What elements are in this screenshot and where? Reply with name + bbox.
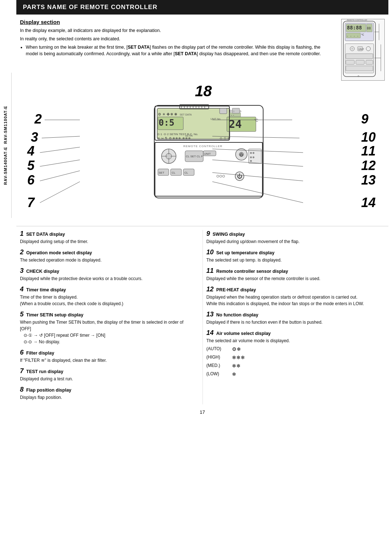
center-remote-diagram: ⚙ ☀ ✤ ❄ ❋ SET DATA CODE No. -- 0:5 24 °C… — [147, 98, 270, 200]
svg-text:≋ ✂ ⇅ ⚙ ❄❄❄ ❄❄❄: ≋ ✂ ⇅ ⚙ ❄❄❄ ❄❄❄ — [157, 137, 191, 140]
bullet-item: When turning on the leak breaker at the … — [26, 44, 321, 58]
sidebar-label: RAV-SM1100AT-E RAV-SM1400AT-E — [0, 73, 12, 218]
svg-rect-18 — [366, 60, 373, 65]
svg-text:REMOTE CONTROLLER: REMOTE CONTROLLER — [183, 145, 222, 148]
svg-text:❄❄: ❄❄ — [250, 151, 255, 155]
svg-text:24: 24 — [229, 118, 242, 130]
bold-set-data-2: SET DATA — [175, 51, 197, 56]
list-item-12: 12 PRE-HEAT display Displayed when the h… — [207, 286, 385, 307]
svg-text:⏻: ⏻ — [237, 173, 242, 179]
list-item-3: 3 CHECK display Displayed while the prot… — [20, 267, 195, 282]
list-item-2: 2 Operation mode select display The sele… — [20, 248, 195, 263]
svg-text:REMOTE CONTROLLER: REMOTE CONTROLLER — [347, 19, 367, 21]
top-section: Display section In the display example, … — [16, 19, 388, 81]
num-6: 6 — [27, 174, 34, 187]
numbered-list-section: 1 SET DATA display Displayed during setu… — [16, 226, 388, 404]
display-section-title: Display section — [20, 19, 321, 25]
svg-point-11 — [351, 48, 354, 50]
svg-rect-17 — [356, 60, 364, 65]
svg-point-79 — [220, 175, 222, 177]
svg-rect-19 — [346, 66, 373, 71]
bullet-list: When turning on the leak breaker at the … — [26, 44, 321, 58]
large-remote-svg: ⚙ ☀ ✤ ❄ ❋ SET DATA CODE No. -- 0:5 24 °C… — [147, 98, 270, 203]
svg-text:⏻: ⏻ — [358, 75, 359, 77]
svg-text:SET: SET — [159, 171, 164, 174]
svg-text:CL: CL — [184, 171, 188, 174]
remote-small-svg: 88:88 88 - - - - ℃ UNIT — [341, 19, 385, 81]
list-item-7: 7 TEST run display Displayed during a te… — [20, 367, 195, 382]
svg-text:CL: CL — [172, 171, 176, 174]
svg-text:⊙ ① ⑥: ⊙ ① ⑥ — [220, 137, 230, 140]
svg-line-93 — [40, 160, 80, 166]
list-item-8: 8 Flap position display Displays flap po… — [20, 386, 195, 401]
svg-text:UNIT No.: UNIT No. — [211, 118, 221, 120]
diagram-area: 18 2 3 4 5 6 7 9 10 11 12 13 14 — [16, 84, 388, 222]
list-item-6: 6 Filter display If "FILTER ≋" is displa… — [20, 349, 195, 364]
num-7: 7 — [27, 196, 34, 209]
page-header: PARTS NAME OF REMOTE CONTROLLER — [16, 0, 388, 15]
num-12: 12 — [361, 159, 376, 172]
num-3: 3 — [31, 131, 38, 144]
svg-text:CL SET CL  F: CL SET CL F — [186, 155, 203, 158]
remote-small-diagram: 88:88 88 - - - - ℃ UNIT — [327, 19, 385, 81]
display-section-text: Display section In the display example, … — [20, 19, 321, 81]
list-item-4: 4 Timer time display Time of the timer i… — [20, 286, 195, 307]
list-item-1: 1 SET DATA display Displayed during setu… — [20, 230, 195, 245]
num-13: 13 — [361, 174, 376, 187]
air-vol-med: (MED.) ❄❄ — [207, 362, 385, 370]
air-vol-auto: (AUTO) ⚙❄ — [207, 345, 385, 353]
list-item-14: 14 Air volume select display The selecte… — [207, 329, 385, 378]
list-item-10: 10 Set up temperature display The select… — [207, 248, 385, 263]
num-11: 11 — [361, 145, 376, 158]
list-item-11: 11 Remote controller sensor display Disp… — [207, 267, 385, 282]
svg-line-91 — [42, 136, 80, 138]
svg-text:⚙ ☀ ✤ ❄ ❋: ⚙ ☀ ✤ ❄ ❋ — [158, 112, 177, 116]
num-18: 18 — [195, 84, 212, 99]
svg-rect-15 — [346, 54, 373, 59]
svg-text:SETIN: SETIN — [185, 134, 193, 137]
list-item-5: 5 Timer SETIN setup display When pushing… — [20, 311, 195, 345]
sidebar-text-line2: RAV-SM1400AT-E — [3, 147, 8, 185]
num-9: 9 — [361, 113, 368, 126]
svg-text:UNIT: UNIT — [358, 48, 364, 50]
svg-text:▲: ▲ — [158, 118, 160, 121]
svg-text:℃: ℃ — [361, 33, 364, 36]
intro-para2: In reality only, the selected contents a… — [20, 36, 321, 43]
header-title: PARTS NAME OF REMOTE CONTROLLER — [23, 4, 158, 11]
list-column-right: 9 SWING display Displayed during up/down… — [203, 230, 385, 404]
svg-text:88:88: 88:88 — [347, 25, 362, 31]
bold-set-data-1: SET DATA — [128, 45, 150, 50]
svg-line-94 — [40, 171, 80, 181]
svg-point-78 — [217, 175, 219, 177]
svg-text:°C: °C — [254, 118, 258, 122]
sidebar-text-line1: RAV-SM1100AT-E — [3, 106, 8, 144]
intro-para1: In the display example, all indicators a… — [20, 27, 321, 34]
svg-rect-40 — [220, 108, 227, 114]
list-item-13: 13 No function display Displayed if ther… — [207, 311, 385, 325]
svg-text:0:5: 0:5 — [159, 118, 174, 128]
svg-point-80 — [222, 175, 225, 177]
svg-line-92 — [40, 147, 80, 153]
svg-rect-16 — [346, 60, 355, 65]
air-volume-table: (AUTO) ⚙❄ (HIGH) ❄❄❄ (MED.) ❄❄ (LOW) — [207, 345, 385, 378]
num-5: 5 — [27, 159, 34, 172]
svg-text:UNIT: UNIT — [204, 152, 211, 155]
svg-text:❄❄: ❄❄ — [250, 156, 255, 159]
num-2: 2 — [34, 113, 42, 126]
air-vol-high: (HIGH) ❄❄❄ — [207, 354, 385, 361]
num-10: 10 — [361, 131, 376, 144]
air-vol-low: (LOW) ❄ — [207, 371, 385, 378]
num-14: 14 — [361, 196, 376, 209]
svg-line-95 — [40, 182, 80, 203]
page-number: 17 — [16, 409, 388, 418]
list-column-left: 1 SET DATA display Displayed during setu… — [20, 230, 203, 404]
svg-text:SET DATA: SET DATA — [180, 113, 192, 116]
svg-text:- - - -: - - - - — [347, 35, 359, 38]
svg-text:↕: ↕ — [233, 110, 234, 113]
svg-text:⏻: ⏻ — [240, 153, 243, 157]
list-item-9: 9 SWING display Displayed during up/down… — [207, 230, 385, 245]
svg-text:❄: ❄ — [250, 159, 252, 163]
num-4: 4 — [27, 145, 34, 158]
svg-text:88: 88 — [367, 27, 371, 30]
svg-text:--: -- — [230, 113, 234, 117]
